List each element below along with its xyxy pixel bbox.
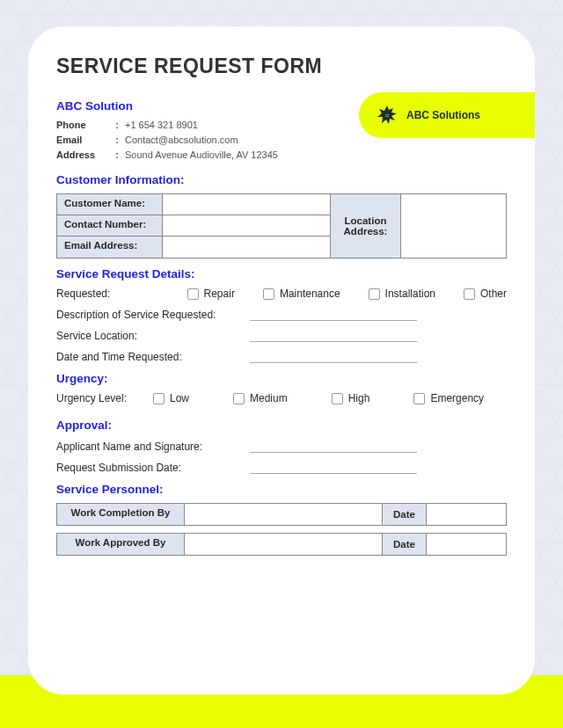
page-title: SERVICE REQUEST FORM <box>56 55 507 78</box>
datetime-field[interactable] <box>250 351 417 363</box>
email-label: Email <box>56 135 109 145</box>
address-value: Sound Avenue Audioville, AV 12345 <box>125 149 278 160</box>
urgency-option-high[interactable]: High <box>332 392 370 404</box>
company-badge: = ABC Solutions <box>359 92 535 138</box>
approved-by-field[interactable] <box>185 534 383 555</box>
section-details: Service Request Details: <box>56 267 507 280</box>
approved-date-field[interactable] <box>427 534 506 555</box>
request-option-other[interactable]: Other <box>464 288 507 300</box>
checkbox-icon <box>187 288 199 300</box>
customer-table: Customer Name: Contact Number: Email Add… <box>56 193 507 258</box>
badge-text: ABC Solutions <box>406 109 480 121</box>
checkbox-icon <box>233 393 245 404</box>
checkbox-icon <box>153 393 165 404</box>
checkbox-icon <box>332 393 343 404</box>
checkbox-icon <box>413 393 425 404</box>
completion-by-field[interactable] <box>185 504 383 525</box>
request-option-installation[interactable]: Installation <box>369 288 435 300</box>
service-location-field[interactable] <box>250 330 417 342</box>
form-card: SERVICE REQUEST FORM ABC Solution Phone … <box>28 26 535 695</box>
request-option-repair[interactable]: Repair <box>187 288 235 300</box>
customer-name-field[interactable] <box>163 194 330 215</box>
request-option-maintenance[interactable]: Maintenance <box>263 288 340 300</box>
description-field[interactable] <box>250 309 417 321</box>
contact-number-field[interactable] <box>163 215 330 236</box>
submission-date-field[interactable] <box>250 462 417 474</box>
phone-value: +1 654 321 8901 <box>125 120 198 130</box>
urgency-option-emergency[interactable]: Emergency <box>413 392 484 404</box>
completion-date-field[interactable] <box>427 504 506 525</box>
checkbox-icon <box>263 288 274 300</box>
phone-label: Phone <box>56 120 109 130</box>
applicant-signature-field[interactable] <box>250 440 417 453</box>
section-urgency: Urgency: <box>56 372 507 385</box>
section-customer: Customer Information: <box>56 173 507 186</box>
starburst-icon: = <box>377 105 398 126</box>
email-value: Contact@abcsolution.com <box>125 135 238 145</box>
urgency-option-medium[interactable]: Medium <box>233 392 288 404</box>
section-personnel: Service Personnel: <box>56 483 507 496</box>
svg-text:=: = <box>385 112 390 120</box>
urgency-option-low[interactable]: Low <box>153 392 189 404</box>
section-approval: Approval: <box>56 419 507 432</box>
email-address-field[interactable] <box>163 237 330 258</box>
location-address-field[interactable] <box>401 194 506 258</box>
address-label: Address <box>56 149 109 160</box>
checkbox-icon <box>369 288 380 300</box>
checkbox-icon <box>464 288 475 300</box>
